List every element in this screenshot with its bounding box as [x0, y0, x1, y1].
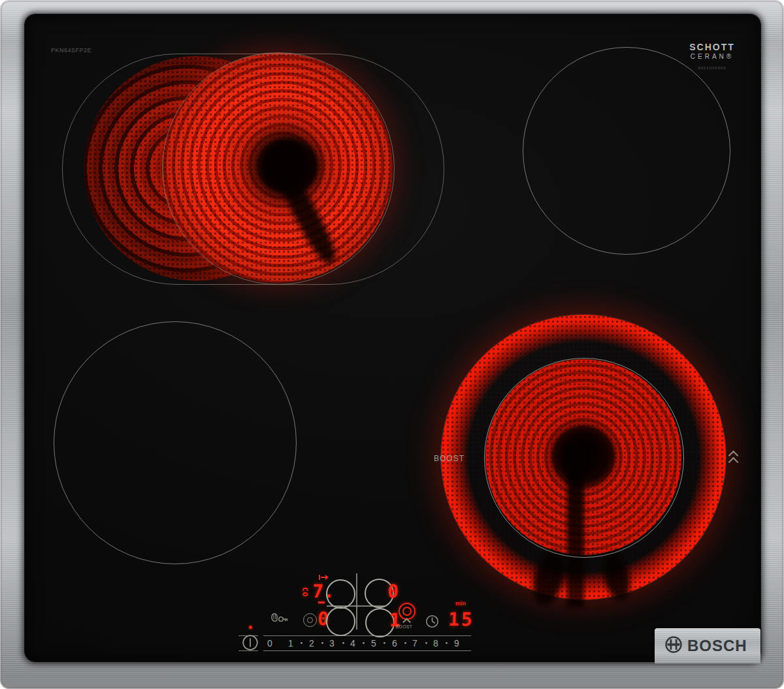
front-right-inner-circle-outline [484, 358, 684, 558]
schott-ceran-logo: SCHOTT CERAN® 9001000660 [679, 42, 745, 70]
back-left-main-circle-outline [162, 52, 395, 285]
bosch-logo-text: BOSCH [687, 637, 747, 655]
back-right-level-display: 0 [387, 583, 399, 601]
status-indicator-dot [249, 626, 252, 629]
boost-zone-glass-label: BOOST [434, 454, 465, 463]
timer-unit-label: min [455, 601, 466, 607]
boost-key-label: BOOST [396, 624, 412, 629]
slider-level-3[interactable]: 3 [327, 638, 337, 649]
back-left-level-dash [318, 601, 325, 603]
slider-level-1[interactable]: 1 [286, 638, 296, 649]
front-left-zone-select-key[interactable] [326, 607, 355, 636]
zone-diagram-vertical-line [356, 573, 357, 630]
cooktop-frame: PKN64SFP2E SCHOTT CERAN® 9001000660 BOOS… [0, 0, 784, 689]
front-left-zone-outline [54, 321, 297, 564]
bosch-emblem-icon [664, 635, 683, 654]
dual-zone-indicator: CO [301, 587, 308, 597]
slider-level-2[interactable]: 2 [306, 638, 317, 649]
slider-level-7[interactable]: 7 [410, 638, 420, 649]
timer-value-display: 15 [448, 611, 475, 629]
slider-level-4[interactable]: 4 [348, 638, 358, 649]
model-number-label: PKN64SFP2E [51, 47, 91, 54]
power-key-icon[interactable] [242, 634, 259, 651]
slider-level-8[interactable]: 8 [431, 638, 441, 649]
back-right-zone-outline [523, 47, 730, 255]
schott-logo-text: SCHOTT [679, 42, 745, 52]
back-left-zone-select-key[interactable] [326, 579, 355, 609]
brand-badge: BOSCH [655, 628, 760, 664]
slider-level-5[interactable]: 5 [368, 638, 379, 649]
timer-clock-icon[interactable] [425, 615, 439, 628]
slider-level-0[interactable]: 0 [265, 638, 275, 649]
cleaning-lock-key-icon[interactable] [269, 611, 289, 624]
ceran-logo-text: CERAN® [679, 53, 745, 60]
slider-level-6[interactable]: 6 [389, 638, 400, 649]
slider-level-9[interactable]: 9 [451, 638, 462, 649]
